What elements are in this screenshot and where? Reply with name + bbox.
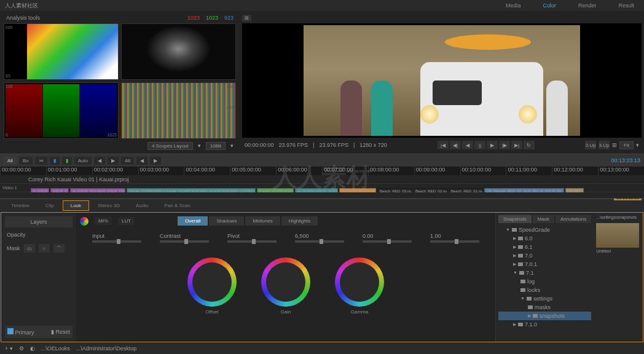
pivot-slider[interactable]	[227, 240, 277, 243]
scope-vectorscope[interactable]	[121, 23, 236, 80]
midtones-tab[interactable]: Midtones	[245, 216, 280, 226]
path2[interactable]: ...\Administrator\Desktop	[76, 345, 137, 352]
btab-audio[interactable]: Audio	[128, 201, 155, 210]
offset-wheel[interactable]	[187, 258, 237, 307]
tl-marker-button[interactable]: ▮	[50, 157, 60, 165]
tl-next2-button[interactable]: ▶	[150, 157, 161, 165]
gamma-wheel[interactable]	[335, 258, 384, 307]
play-button[interactable]: ▶	[487, 141, 498, 149]
fps-display-2: 23.976 FPS	[319, 142, 348, 148]
scopes-panel: Analysis tools 1023 1023 923 685 85 100 …	[0, 11, 240, 154]
input-slider[interactable]	[92, 240, 141, 243]
btab-stereo[interactable]: Stereo 3D	[90, 201, 127, 210]
3up-button[interactable]: 3-Up	[599, 141, 610, 149]
btab-look[interactable]: Look	[63, 200, 89, 211]
timeline-ruler[interactable]: 00:00:00:00 00:01:00:00 00:02:00:00 00:0…	[0, 167, 644, 175]
viewer-options-icon[interactable]: ⊞	[242, 15, 251, 22]
chevron-down-icon[interactable]: ▾	[230, 143, 234, 149]
color-wheel-icon[interactable]	[80, 217, 88, 226]
folder-icon	[512, 228, 517, 232]
folder-icon	[520, 280, 525, 283]
fit-dropdown[interactable]: Fit	[619, 141, 634, 149]
play-reverse-button[interactable]: ◀	[462, 141, 473, 149]
primary-layer[interactable]: Primary ▮ Reset	[5, 326, 73, 338]
tl-all2-button[interactable]: All	[121, 157, 134, 165]
audio-track[interactable]	[0, 192, 644, 199]
timecode[interactable]: 00:00:00:00	[245, 142, 274, 148]
snapshot-thumbnail[interactable]	[596, 223, 639, 248]
project-track[interactable]: Corey Rich Kauai Video 01 | Kauai.prproj	[0, 175, 644, 184]
settings-icon[interactable]: ⚙	[19, 345, 24, 352]
tab-media[interactable]: Media	[501, 1, 526, 10]
overall-tab[interactable]: Overall	[178, 216, 208, 226]
tl-next-button[interactable]: ▶	[108, 157, 119, 165]
tab-render[interactable]: Render	[573, 1, 602, 10]
scope-waveform[interactable]: 818 614	[121, 82, 236, 139]
folder-tree[interactable]: ▼SpeedGrade ▶6.0 ▶6.1 ▶7.0 ▶7.0.1 ▼7.1 l…	[498, 226, 591, 329]
tint-slider[interactable]	[363, 240, 412, 243]
scopes-title: Analysis tools	[6, 15, 40, 21]
viewer-panel: ⊞ 00:00:00:00 23.976 FPS | 23.976 FPS | …	[240, 11, 644, 154]
lut-button[interactable]: LUT	[118, 217, 135, 225]
folder-icon	[519, 271, 524, 275]
layers-title: Layers	[5, 216, 73, 227]
loop-button[interactable]: ↻	[524, 141, 535, 149]
tl-prev2-button[interactable]: ◀	[136, 157, 147, 165]
step-back-button[interactable]: ◀|	[450, 141, 461, 149]
annotations-tab[interactable]: Annotations	[556, 215, 591, 223]
btab-clip[interactable]: Clip	[38, 201, 61, 210]
goto-end-button[interactable]: ▶|	[511, 141, 522, 149]
add-button[interactable]: + ▾	[5, 345, 13, 352]
tl-all-button[interactable]: All	[4, 157, 17, 165]
reset-button[interactable]: ▮ Reset	[51, 329, 70, 335]
chevron-down-icon[interactable]: ▾	[636, 142, 639, 148]
chevron-down-icon[interactable]: ▾	[198, 143, 201, 149]
tl-auto-button[interactable]: Auto	[74, 157, 92, 165]
saturation-slider[interactable]	[430, 240, 479, 243]
step-fwd-button[interactable]: |▶	[499, 141, 510, 149]
folder-icon	[527, 297, 532, 301]
folder-icon	[518, 323, 523, 326]
tab-color[interactable]: Color	[538, 1, 561, 10]
contrast-slider[interactable]	[160, 240, 209, 243]
mask-curve-button[interactable]: ⌒	[53, 244, 65, 253]
snapshot-preview: ...\settings\snapshots Untitled	[594, 213, 643, 342]
gain-wheel[interactable]	[261, 258, 310, 307]
tab-result[interactable]: Result	[613, 1, 639, 10]
highlights-tab[interactable]: Highlights	[281, 216, 318, 226]
scopes-layout-dropdown[interactable]: 4 Scopes Layout	[147, 142, 193, 150]
goto-start-button[interactable]: |◀	[438, 141, 449, 149]
video-track[interactable]: Video 1 A_DSLRDSLR_Cdt_DSLR_063-0606_DSL…	[0, 184, 644, 192]
timeline-section: All Bo ⫘ ▮ ▮ Auto ◀ ▶ All ◀ ▶ 00:13:23:1…	[0, 154, 644, 199]
btab-timeline[interactable]: Timeline	[4, 201, 37, 210]
tl-prev-button[interactable]: ◀	[94, 157, 105, 165]
primary-checkbox[interactable]	[7, 328, 14, 334]
mask-circle-button[interactable]: ○	[39, 244, 50, 253]
temp-slider[interactable]	[295, 240, 344, 243]
tl-link-button[interactable]: ⫘	[35, 157, 47, 165]
mfb-button[interactable]: MFb	[95, 217, 112, 225]
scopes-bits-dropdown[interactable]: 10Bit	[206, 142, 226, 150]
2up-button[interactable]: 2-Up	[585, 141, 596, 149]
resolution-display: 1280 x 720	[359, 142, 387, 148]
path1[interactable]: ...\OELooks	[41, 345, 70, 352]
btab-pan[interactable]: Pan & Scan	[157, 201, 198, 210]
grid-icon[interactable]: ⊞	[612, 142, 617, 148]
scope-rgb-parade[interactable]: 100 0 1023	[4, 82, 119, 139]
toggle-icon[interactable]: ◐	[30, 345, 35, 352]
mask-tab[interactable]: Mask	[533, 215, 554, 223]
bottom-bar: + ▾ ⚙ ◐ ...\OELooks ...\Administrator\De…	[0, 343, 644, 354]
layers-panel: Layers Opacity Mask ▭ ○ ⌒ Primary ▮ Rese…	[1, 213, 76, 342]
watermark-top: 人人素材社区	[5, 2, 38, 10]
scope-histogram[interactable]: 685 85	[4, 23, 119, 80]
folder-icon	[518, 237, 523, 240]
pause-button[interactable]: ||	[474, 141, 485, 149]
color-tools-panel: MFb LUT Overall Shadows Midtones Highlig…	[76, 213, 495, 342]
preview-viewport[interactable]	[242, 23, 642, 138]
tl-end-tc: 00:13:23:13	[611, 157, 640, 163]
shadows-tab[interactable]: Shadows	[209, 216, 244, 226]
tl-bo-button[interactable]: Bo	[19, 157, 33, 165]
snapshots-tab[interactable]: Snapshots	[498, 215, 532, 223]
tl-marker2-button[interactable]: ▮	[62, 157, 72, 165]
mask-rect-button[interactable]: ▭	[24, 244, 35, 253]
